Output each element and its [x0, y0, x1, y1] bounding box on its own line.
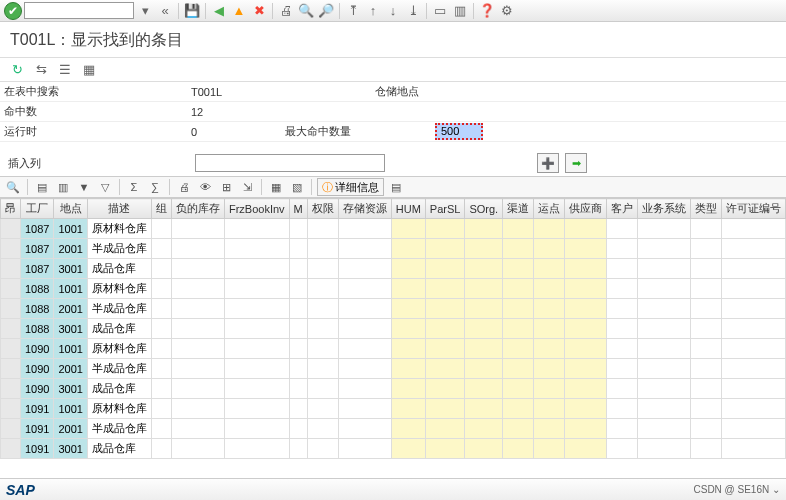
app-toolbar: ↻ ⇆ ☰ ▦ [0, 58, 786, 82]
col-header[interactable]: 供应商 [565, 199, 607, 219]
layout-grid-icon[interactable]: ▦ [267, 178, 285, 196]
col-header[interactable]: 类型 [691, 199, 722, 219]
help-icon[interactable]: ❓ [478, 2, 496, 20]
excel-icon[interactable]: ⊞ [217, 178, 235, 196]
col-header[interactable]: 昂 [1, 199, 21, 219]
sap-logo: SAP [6, 482, 35, 498]
prev-page-icon[interactable]: ↑ [364, 2, 382, 20]
more-icon[interactable]: ▤ [387, 178, 405, 196]
table-row[interactable]: 10901001原材料仓库 [1, 339, 787, 359]
filter-del-icon[interactable]: ▽ [96, 178, 114, 196]
maxhits-input[interactable]: 500 [435, 123, 483, 140]
sum-icon[interactable]: Σ [125, 178, 143, 196]
remove-column-button[interactable]: ➡ [565, 153, 587, 173]
selection-form: 在表中搜索 T001L 仓储地点 命中数 12 运行时 0 最大命中数量 500 [0, 82, 786, 142]
add-column-button[interactable]: ➕ [537, 153, 559, 173]
watermark: CSDN @ [693, 484, 734, 495]
layout-change-icon[interactable]: ▧ [288, 178, 306, 196]
search-label: 在表中搜索 [0, 84, 185, 99]
insert-label: 插入列 [4, 156, 189, 171]
separator [339, 3, 340, 19]
history-back-icon[interactable]: « [156, 2, 174, 20]
export-icon[interactable]: ▦ [80, 61, 98, 79]
runtime-label: 运行时 [0, 124, 185, 139]
find-next-icon[interactable]: 🔎 [317, 2, 335, 20]
sort-desc-icon[interactable]: ▥ [54, 178, 72, 196]
find-icon[interactable]: 🔍 [297, 2, 315, 20]
grid-header-row: 昂工厂地点描述组负的库存FrzBookInvM权限存储资源HUMParSLSOr… [1, 199, 787, 219]
col-header[interactable]: 运点 [534, 199, 565, 219]
table-row[interactable]: 10872001半成品仓库 [1, 239, 787, 259]
data-grid-wrapper: 昂工厂地点描述组负的库存FrzBookInvM权限存储资源HUMParSLSOr… [0, 198, 786, 459]
col-header[interactable]: 存储资源 [338, 199, 391, 219]
hits-label: 命中数 [0, 104, 185, 119]
col-header[interactable]: 许可证编号 [722, 199, 786, 219]
table-row[interactable]: 10882001半成品仓库 [1, 299, 787, 319]
col-header[interactable]: ParSL [425, 199, 465, 219]
back-icon[interactable]: ◀ [210, 2, 228, 20]
hierarchy-icon[interactable]: ⇆ [32, 61, 50, 79]
filter-icon[interactable]: ▼ [75, 178, 93, 196]
data-grid[interactable]: 昂工厂地点描述组负的库存FrzBookInvM权限存储资源HUMParSLSOr… [0, 198, 786, 459]
col-header[interactable]: 工厂 [21, 199, 54, 219]
col-header[interactable]: 负的库存 [171, 199, 224, 219]
separator [426, 3, 427, 19]
tcode-display: SE16N [738, 484, 770, 495]
status-bar: SAP CSDN @ SE16N ⌄ [0, 478, 786, 500]
table-row[interactable]: 10912001半成品仓库 [1, 419, 787, 439]
table-row[interactable]: 10903001成品仓库 [1, 379, 787, 399]
table-row[interactable]: 10911001原材料仓库 [1, 399, 787, 419]
exit-icon[interactable]: ▲ [230, 2, 248, 20]
main-toolbar: ✔ ▾ « 💾 ◀ ▲ ✖ 🖨 🔍 🔎 ⤒ ↑ ↓ ⤓ ▭ ▥ ❓ ⚙ [0, 0, 786, 22]
col-header[interactable]: HUM [391, 199, 425, 219]
page-title: T001L：显示找到的条目 [0, 22, 786, 58]
table-row[interactable]: 10883001成品仓库 [1, 319, 787, 339]
export-grid-icon[interactable]: ⇲ [238, 178, 256, 196]
table-row[interactable]: 10902001半成品仓库 [1, 359, 787, 379]
settings-icon[interactable]: ⚙ [498, 2, 516, 20]
subtotal-icon[interactable]: ∑ [146, 178, 164, 196]
layout-icon[interactable]: ▥ [451, 2, 469, 20]
col-header[interactable]: FrzBookInv [224, 199, 289, 219]
dropdown-footer-icon[interactable]: ⌄ [772, 484, 780, 495]
last-page-icon[interactable]: ⤓ [404, 2, 422, 20]
next-page-icon[interactable]: ↓ [384, 2, 402, 20]
table-row[interactable]: 10873001成品仓库 [1, 259, 787, 279]
col-header[interactable]: 渠道 [503, 199, 534, 219]
separator [473, 3, 474, 19]
separator [178, 3, 179, 19]
sort-asc-icon[interactable]: ▤ [33, 178, 51, 196]
command-input[interactable] [24, 2, 134, 19]
print-icon[interactable]: 🖨 [277, 2, 295, 20]
col-header[interactable]: 权限 [307, 199, 338, 219]
details-icon[interactable]: 🔍 [4, 178, 22, 196]
col-header[interactable]: 组 [151, 199, 171, 219]
table-row[interactable]: 10913001成品仓库 [1, 439, 787, 459]
save-icon[interactable]: 💾 [183, 2, 201, 20]
col-header[interactable]: 业务系统 [638, 199, 691, 219]
detail-info-button[interactable]: ⓘ详细信息 [317, 178, 384, 196]
col-header[interactable]: 地点 [54, 199, 87, 219]
maxhits-label: 最大命中数量 [285, 124, 375, 139]
search-value: T001L [185, 86, 375, 98]
insert-column-input[interactable] [195, 154, 385, 172]
refresh-icon[interactable]: ↻ [8, 61, 26, 79]
col-header[interactable]: SOrg. [465, 199, 503, 219]
alv-toolbar: 🔍 ▤ ▥ ▼ ▽ Σ ∑ 🖨 👁 ⊞ ⇲ ▦ ▧ ⓘ详细信息 ▤ [0, 176, 786, 198]
view-icon[interactable]: 👁 [196, 178, 214, 196]
search-right-label: 仓储地点 [375, 84, 455, 99]
first-page-icon[interactable]: ⤒ [344, 2, 362, 20]
enter-button[interactable]: ✔ [4, 2, 22, 20]
dropdown-icon[interactable]: ▾ [136, 2, 154, 20]
separator [205, 3, 206, 19]
insert-column-row: 插入列 ➕ ➡ [0, 150, 786, 176]
list-icon[interactable]: ☰ [56, 61, 74, 79]
table-row[interactable]: 10881001原材料仓库 [1, 279, 787, 299]
col-header[interactable]: 客户 [607, 199, 638, 219]
col-header[interactable]: M [289, 199, 307, 219]
col-header[interactable]: 描述 [87, 199, 151, 219]
new-session-icon[interactable]: ▭ [431, 2, 449, 20]
cancel-icon[interactable]: ✖ [250, 2, 268, 20]
table-row[interactable]: 10871001原材料仓库 [1, 219, 787, 239]
print-grid-icon[interactable]: 🖨 [175, 178, 193, 196]
